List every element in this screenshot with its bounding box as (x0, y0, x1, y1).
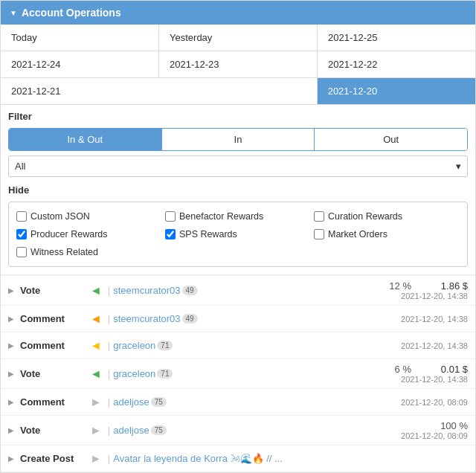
tx-user-link[interactable]: graceleon (113, 340, 155, 351)
table-row[interactable]: ▶Vote►|adeljose75100 %2021-12-20, 08:09 (1, 416, 475, 445)
tx-percentage: 12 % (389, 280, 411, 292)
tx-meta: 2021-12-20, 14:38 (380, 341, 468, 350)
checkbox-market-orders[interactable]: Market Orders (314, 226, 460, 242)
tx-direction-icon: ► (90, 396, 102, 409)
tx-type-label: Comment (20, 396, 87, 408)
table-row[interactable]: ▶Vote◄|steemcurator034912 %1.86 $2021-12… (1, 276, 475, 306)
date-grid-row3: 2021-12-21 2021-12-20 (1, 78, 475, 105)
tx-date: 2021-12-20, 08:09 (386, 398, 468, 407)
checkbox-producer-rewards-input[interactable] (16, 229, 27, 239)
tx-meta: 12 %1.86 $2021-12-20, 14:38 (380, 280, 468, 300)
tx-date: 2021-12-20, 14:38 (386, 315, 468, 324)
tx-separator: | (108, 453, 110, 464)
checkbox-producer-rewards-label: Producer Rewards (30, 229, 108, 239)
checkbox-witness-related-label: Witness Related (30, 247, 98, 257)
tx-user-badge: 49 (182, 314, 198, 324)
expand-icon[interactable]: ▶ (8, 454, 17, 463)
checkbox-benefactor-rewards[interactable]: Benefactor Rewards (165, 208, 311, 225)
date-grid-row2: 2021-12-24 2021-12-23 2021-12-22 (1, 51, 475, 78)
tx-amount: 1.86 $ (423, 280, 468, 292)
date-yesterday[interactable]: Yesterday (159, 25, 317, 51)
tx-meta: 100 %2021-12-20, 08:09 (380, 420, 468, 440)
tab-in-out[interactable]: In & Out (9, 129, 161, 150)
checkbox-custom-json-label: Custom JSON (30, 211, 90, 222)
checkbox-curation-rewards-label: Curation Rewards (328, 211, 402, 222)
checkbox-benefactor-rewards-input[interactable] (165, 211, 176, 222)
table-row[interactable]: ▶Comment◄|graceleon712021-12-20, 14:38 (1, 332, 475, 359)
checkbox-witness-related-input[interactable] (16, 247, 27, 257)
tx-separator: | (108, 285, 110, 296)
date-2021-12-25[interactable]: 2021-12-25 (318, 25, 475, 51)
hide-label: Hide (1, 181, 475, 199)
tx-amount: 0.01 $ (423, 364, 468, 375)
collapse-icon[interactable]: ▼ (10, 9, 17, 17)
tx-type-label: Comment (20, 313, 87, 324)
checkbox-sps-rewards-label: SPS Rewards (179, 229, 237, 239)
table-row[interactable]: ▶Create Post►|Avatar la leyenda de Korra… (1, 445, 475, 472)
table-row[interactable]: ▶Comment◄|steemcurator03492021-12-20, 14… (1, 306, 475, 332)
tx-type-label: Create Post (20, 453, 87, 464)
checkbox-sps-rewards-input[interactable] (165, 229, 176, 239)
tx-direction-icon: ◄ (90, 312, 102, 326)
checkbox-custom-json[interactable]: Custom JSON (16, 208, 162, 225)
all-label: All (15, 161, 25, 172)
expand-icon[interactable]: ▶ (8, 315, 17, 323)
all-select[interactable]: All ▾ (8, 155, 468, 177)
checkbox-producer-rewards[interactable]: Producer Rewards (16, 226, 162, 242)
tx-user-badge: 75 (151, 397, 167, 407)
tx-date: 2021-12-20, 14:38 (386, 292, 468, 300)
tx-direction-icon: ◄ (90, 339, 102, 353)
checkbox-sps-rewards[interactable]: SPS Rewards (165, 226, 311, 242)
tx-meta: 2021-12-20, 14:38 (380, 315, 468, 324)
date-today[interactable]: Today (1, 25, 158, 51)
table-row[interactable]: ▶Vote◄|graceleon716 %0.01 $2021-12-20, 1… (1, 359, 475, 389)
tx-user-badge: 71 (157, 369, 173, 379)
tx-separator: | (108, 340, 110, 351)
checkbox-witness-related[interactable]: Witness Related (16, 244, 162, 260)
account-operations-panel: ▼ Account Operations Today Yesterday 202… (0, 0, 476, 473)
checkbox-market-orders-input[interactable] (314, 229, 324, 239)
date-2021-12-22[interactable]: 2021-12-22 (318, 51, 475, 77)
tx-user-link[interactable]: adeljose (113, 396, 149, 408)
tx-date: 2021-12-20, 14:38 (386, 341, 468, 350)
date-2021-12-20[interactable]: 2021-12-20 (318, 78, 475, 104)
tx-direction-icon: ► (90, 424, 102, 437)
expand-icon[interactable]: ▶ (8, 286, 17, 295)
tab-out[interactable]: Out (314, 129, 467, 150)
tx-percentage: 100 % (440, 420, 468, 431)
tx-user-link[interactable]: graceleon (113, 368, 155, 379)
tx-user-badge: 49 (182, 286, 198, 295)
tab-in[interactable]: In (161, 129, 315, 150)
tx-meta: 6 %0.01 $2021-12-20, 14:38 (380, 364, 468, 384)
tx-direction-icon: ◄ (90, 284, 102, 297)
tx-type-label: Comment (20, 340, 87, 351)
checkbox-curation-rewards-input[interactable] (314, 211, 324, 222)
filter-tabs: In & Out In Out (8, 128, 468, 151)
expand-icon[interactable]: ▶ (8, 370, 17, 378)
tx-date: 2021-12-20, 14:38 (386, 375, 468, 384)
table-row[interactable]: ▶Comment►|adeljose752021-12-20, 08:09 (1, 389, 475, 416)
expand-icon[interactable]: ▶ (8, 341, 17, 350)
date-2021-12-21[interactable]: 2021-12-21 (1, 78, 317, 104)
filter-label: Filter (1, 105, 475, 125)
tx-separator: | (108, 396, 110, 408)
tx-direction-icon: ► (90, 452, 102, 466)
section-header[interactable]: ▼ Account Operations (1, 1, 475, 25)
tx-user-link[interactable]: steemcurator03 (113, 313, 180, 324)
transactions-list: ▶Vote◄|steemcurator034912 %1.86 $2021-12… (1, 274, 475, 472)
tx-user-link[interactable]: Avatar la leyenda de Korra 🌬🌊🔥 // ... (113, 453, 283, 464)
tx-direction-icon: ◄ (90, 367, 102, 381)
expand-icon[interactable]: ▶ (8, 426, 17, 434)
tx-separator: | (108, 313, 110, 324)
expand-icon[interactable]: ▶ (8, 398, 17, 406)
tx-user-badge: 75 (151, 425, 167, 435)
date-2021-12-23[interactable]: 2021-12-23 (159, 51, 317, 77)
tx-separator: | (108, 368, 110, 379)
tx-user-link[interactable]: adeljose (113, 425, 149, 436)
tx-user-link[interactable]: steemcurator03 (113, 285, 180, 296)
date-grid-row1: Today Yesterday 2021-12-25 (1, 25, 475, 51)
checkbox-curation-rewards[interactable]: Curation Rewards (314, 208, 460, 225)
date-2021-12-24[interactable]: 2021-12-24 (1, 51, 158, 77)
checkbox-custom-json-input[interactable] (16, 211, 27, 222)
tx-type-label: Vote (20, 368, 87, 379)
